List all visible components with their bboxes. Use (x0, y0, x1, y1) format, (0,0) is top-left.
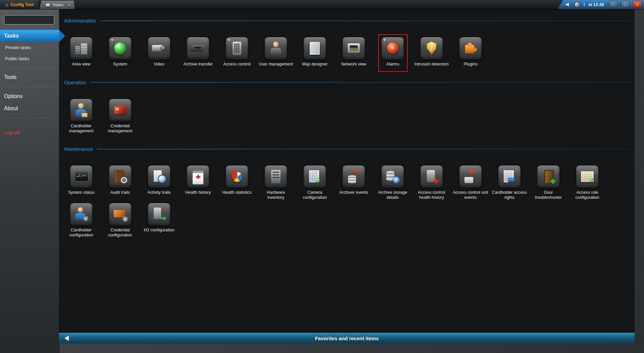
tab-video[interactable]: Video × (39, 1, 75, 9)
tile-label: Cardholder access rights (492, 190, 527, 200)
user-avatar-icon[interactable] (574, 2, 580, 8)
access-control-health-history-icon (424, 169, 439, 184)
tile-background (264, 165, 287, 188)
task-tile-map-designer[interactable]: Map designer (295, 37, 334, 67)
section-header-maintenance: Maintenance (64, 146, 631, 152)
tab-config-tool-label: Config Tool (10, 2, 34, 7)
administration-tiles: Area view + System Video Archive transfe… (59, 24, 635, 70)
tile-label: System (113, 62, 127, 67)
task-tile-access-control-unit-events[interactable]: Access control unit events (451, 165, 490, 200)
tile-background (420, 37, 443, 60)
task-tile-cardholder-access-rights[interactable]: Cardholder access rights (490, 165, 529, 200)
plus-badge: + (383, 37, 386, 43)
tile-label: Archiver events (339, 190, 368, 195)
tile-background (303, 165, 326, 188)
task-tile-io-configuration[interactable]: I/O configuration (140, 203, 179, 233)
task-tile-intrusion-detection[interactable]: Intrusion detection (412, 37, 451, 67)
tile-label: Area view (72, 62, 91, 67)
tile-label: Health history (185, 190, 211, 195)
close-button[interactable]: × (633, 1, 642, 8)
access-control-unit-events-icon (463, 169, 478, 184)
tile-background (70, 37, 93, 60)
task-tile-access-control[interactable]: + Access control (217, 37, 256, 67)
tile-background (70, 165, 93, 188)
network-view-icon (346, 41, 361, 56)
search-input[interactable] (4, 15, 54, 25)
cardholder-access-rights-icon (502, 169, 517, 184)
task-tile-health-history[interactable]: Health history (179, 165, 217, 195)
tile-label: Video (154, 62, 164, 67)
system-status-icon (73, 169, 89, 184)
sidebar-item-options[interactable]: Options (0, 90, 59, 102)
alert-indicator[interactable]: ! (584, 2, 585, 7)
tile-label: Map designer (302, 62, 328, 67)
tile-label: Access control unit events (453, 190, 488, 200)
tile-background (303, 37, 326, 60)
tile-background (498, 165, 521, 188)
plus-badge: + (111, 37, 113, 43)
tile-label: Access rule configuration (569, 190, 605, 200)
task-tile-archive-storage-details[interactable]: Archive storage details (373, 165, 412, 200)
task-tile-activity-trails[interactable]: Activity trails (140, 165, 179, 195)
home-icon: ⌂ (5, 2, 8, 7)
tab-close-icon[interactable]: × (68, 3, 70, 7)
system-tray: ! st 12:48 ─ □ × (558, 0, 644, 9)
task-tile-system[interactable]: + System (101, 37, 140, 67)
tile-background (537, 165, 560, 188)
task-tile-alarms[interactable]: + Alarms (373, 37, 412, 67)
maximize-button[interactable]: □ (621, 1, 630, 8)
task-tile-health-statistics[interactable]: Health statistics (217, 165, 256, 195)
tile-label: Archive storage details (375, 190, 410, 200)
sidebar-item-private-tasks[interactable]: Private tasks (0, 42, 59, 53)
tile-label: Credential management (102, 124, 138, 134)
task-tile-credential-management[interactable]: Credential management (101, 99, 140, 134)
tile-background: + (381, 37, 404, 60)
task-tile-access-control-health-history[interactable]: Access control health history (412, 165, 451, 200)
task-tile-archive-transfer[interactable]: Archive transfer (179, 37, 217, 67)
minimize-button[interactable]: ─ (609, 1, 617, 8)
tile-label: System status (68, 190, 95, 195)
audit-trails-icon (112, 169, 128, 184)
task-tile-door-troubleshooter[interactable]: Door troubleshooter (529, 165, 568, 200)
task-tile-area-view[interactable]: Area view (62, 37, 101, 67)
task-tile-video[interactable]: Video (140, 37, 179, 67)
task-tile-network-view[interactable]: Network view (334, 37, 373, 67)
favorites-bar[interactable]: Favorites and recent items (59, 333, 635, 344)
camera-configuration-icon (307, 169, 323, 184)
collapse-arrow-icon[interactable] (64, 336, 69, 341)
task-tile-audit-trails[interactable]: Audit trails (101, 165, 140, 195)
sidebar-item-tools[interactable]: Tools (0, 71, 59, 83)
tile-label: User management (259, 62, 293, 67)
sidebar: Tasks Private tasks Public tasks Tools O… (0, 9, 59, 353)
access-rule-configuration-icon (580, 169, 595, 184)
task-tile-camera-configuration[interactable]: Camera configuration (295, 165, 334, 200)
user-management-icon (268, 41, 284, 56)
task-tile-plugins[interactable]: Plugins (451, 37, 490, 67)
main-content: Administration Area view + System Video (59, 9, 635, 344)
volume-icon[interactable] (566, 2, 571, 7)
tile-background (187, 165, 209, 188)
tab-video-label: Video (53, 3, 63, 7)
sidebar-item-public-tasks[interactable]: Public tasks (0, 53, 59, 64)
tile-background (420, 165, 443, 188)
task-tile-system-status[interactable]: System status (62, 165, 101, 195)
task-tile-user-management[interactable]: User management (256, 37, 295, 67)
title-bar: ⌂ Config Tool Video × ! st 12:48 ─ □ × (0, 0, 644, 9)
tile-label: I/O configuration (144, 228, 175, 233)
task-tile-archiver-events[interactable]: Archiver events (334, 165, 373, 195)
intrusion-detection-icon (424, 41, 439, 56)
task-tile-access-rule-configuration[interactable]: Access rule configuration (568, 165, 607, 200)
tile-label: Access control (223, 62, 250, 67)
sidebar-item-tasks[interactable]: Tasks (0, 30, 59, 42)
tile-background: + (109, 37, 132, 60)
task-tile-hardware-inventory[interactable]: Hardware inventory (256, 165, 295, 200)
tile-background (576, 165, 599, 188)
door-troubleshooter-icon (541, 169, 556, 184)
task-tile-cardholder-management[interactable]: Cardholder management (62, 99, 101, 134)
task-tile-cardholder-configuration[interactable]: Cardholder configuration (62, 203, 101, 238)
sidebar-item-about[interactable]: About (0, 102, 59, 115)
tab-config-tool[interactable]: ⌂ Config Tool (0, 0, 39, 9)
sidebar-item-log-off[interactable]: Log off (0, 126, 59, 138)
task-tile-credential-configuration[interactable]: Credential configuration (101, 203, 140, 238)
system-icon (112, 41, 128, 56)
